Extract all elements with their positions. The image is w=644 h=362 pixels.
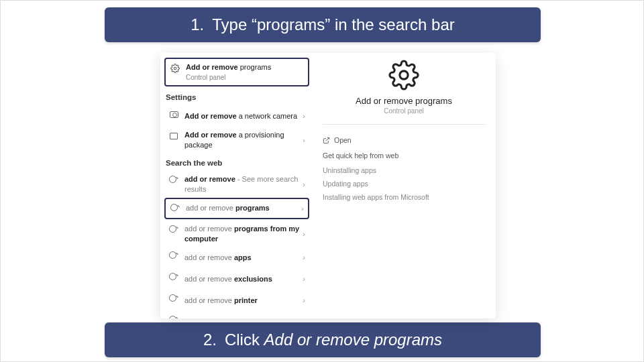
result-text: Add or remove programs Control panel — [186, 62, 304, 82]
help-header: Get quick help from web — [323, 146, 485, 164]
search-panel: Add or remove programs Control panel Set… — [160, 53, 496, 318]
help-link-uninstall[interactable]: Uninstalling apps — [323, 164, 485, 177]
chevron-right-icon: › — [300, 318, 305, 318]
result-text: add or remove programs — [186, 203, 299, 213]
web-result-apps[interactable]: add or remove apps › — [164, 247, 309, 268]
web-result-programs[interactable]: add or remove programs › — [164, 198, 309, 219]
web-result-features[interactable]: add or remove features › — [164, 311, 309, 318]
result-provisioning-package[interactable]: Add or remove a provisioning package › — [164, 127, 309, 154]
result-text: add or remove printer — [184, 296, 300, 306]
gear-icon — [170, 62, 180, 73]
step-text: Type “programs” in the search bar — [212, 15, 455, 34]
chevron-right-icon: › — [300, 275, 305, 283]
result-text: add or remove features — [184, 317, 300, 318]
open-icon — [323, 137, 330, 144]
result-text: add or remove apps — [184, 253, 300, 263]
svg-point-0 — [174, 67, 176, 70]
search-icon — [168, 174, 179, 183]
chevron-right-icon: › — [300, 296, 305, 304]
camera-icon — [168, 109, 179, 118]
step-number: 1. — [191, 15, 204, 34]
help-link-update[interactable]: Updating apps — [323, 177, 485, 190]
result-text: add or remove - See more search results — [184, 174, 300, 194]
chevron-right-icon: › — [299, 204, 304, 213]
results-list: Add or remove programs Control panel Set… — [160, 53, 313, 318]
open-label: Open — [334, 136, 352, 144]
step-number: 2. — [203, 330, 217, 349]
result-text: add or remove programs from my computer — [184, 224, 300, 244]
web-result-exclusions[interactable]: add or remove exclusions › — [164, 268, 309, 290]
search-icon — [170, 202, 180, 211]
search-icon — [168, 314, 179, 318]
svg-line-2 — [326, 137, 329, 141]
section-settings: Settings — [164, 88, 309, 105]
result-text: Add or remove a provisioning package — [184, 130, 300, 150]
result-text: add or remove exclusions — [184, 274, 300, 284]
search-icon — [168, 293, 179, 302]
package-icon — [168, 130, 179, 139]
search-icon — [168, 272, 179, 280]
svg-point-1 — [400, 71, 408, 79]
search-icon — [168, 250, 179, 259]
chevron-right-icon: › — [300, 112, 305, 120]
preview-subtitle: Control panel — [384, 107, 423, 115]
gear-icon — [388, 60, 419, 90]
chevron-right-icon: › — [300, 136, 305, 144]
web-result-printer[interactable]: add or remove printer › — [164, 290, 309, 311]
divider — [323, 124, 485, 125]
result-network-camera[interactable]: Add or remove a network camera › — [164, 105, 309, 127]
search-icon — [168, 224, 179, 233]
chevron-right-icon: › — [300, 253, 305, 261]
web-result-see-more[interactable]: add or remove - See more search results … — [164, 171, 309, 198]
chevron-right-icon: › — [300, 180, 305, 188]
web-result-programs-computer[interactable]: add or remove programs from my computer … — [164, 221, 309, 247]
section-web: Search the web — [164, 154, 309, 171]
step-text: Click Add or remove programs — [225, 330, 442, 349]
help-link-install-web[interactable]: Installing web apps from Microsoft — [323, 190, 485, 204]
top-result-add-remove-programs[interactable]: Add or remove programs Control panel — [164, 58, 309, 86]
chevron-right-icon: › — [300, 230, 305, 238]
result-text: Add or remove a network camera — [184, 111, 300, 121]
instruction-step-2: 2. Click Add or remove programs — [105, 322, 541, 357]
instruction-step-1: 1. Type “programs” in the search bar — [105, 7, 541, 42]
preview-title: Add or remove programs — [356, 96, 452, 106]
open-action[interactable]: Open — [323, 134, 485, 146]
preview-pane: Add or remove programs Control panel Ope… — [313, 53, 496, 318]
